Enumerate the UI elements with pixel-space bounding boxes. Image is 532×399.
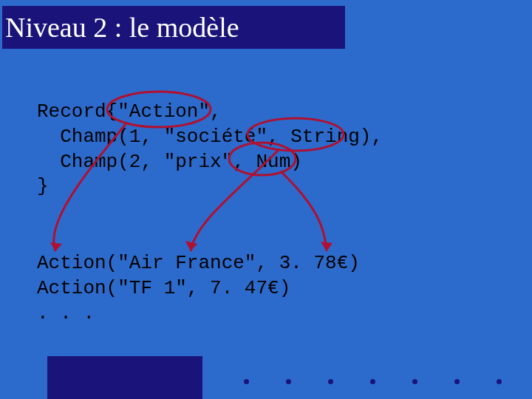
title-bar: Niveau 2 : le modèle (2, 6, 345, 49)
code-line-2: Champ(1, "société", String), (37, 126, 383, 148)
dot (370, 379, 375, 384)
footer-dots (244, 379, 502, 384)
code-line-1: Record{"Action", (37, 100, 222, 123)
dot (454, 379, 460, 384)
slide-title: Niveau 2 : le modèle (5, 11, 239, 44)
arrow-num-head (321, 242, 332, 251)
dot (497, 379, 502, 384)
example-line-2: Action("TF 1", 7. 47€) (37, 277, 290, 299)
arrow-action-head (50, 242, 62, 251)
dot (412, 379, 417, 384)
record-definition-block: Record{"Action", Champ(1, "société", Str… (37, 100, 383, 200)
dot (244, 379, 249, 384)
dot (286, 379, 291, 384)
code-line-3: Champ(2, "prix", Num) (37, 151, 302, 173)
code-line-4: } (37, 175, 49, 197)
example-line-1: Action("Air France", 3. 78€) (37, 252, 360, 274)
footer-block (47, 356, 202, 399)
examples-block: Action("Air France", 3. 78€) Action("TF … (37, 251, 360, 326)
example-line-3: . . . (37, 302, 95, 324)
slide: Niveau 2 : le modèle Record{"Action", Ch… (0, 0, 532, 399)
dot (328, 379, 333, 384)
arrow-string-head (185, 241, 197, 251)
